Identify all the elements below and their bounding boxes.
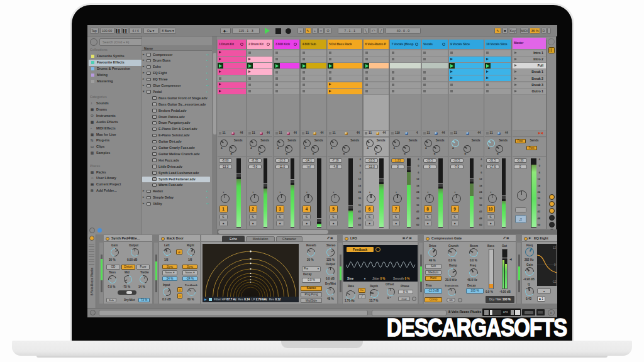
svg-text:12: 12 [553, 246, 557, 250]
svg-text:-12: -12 [552, 280, 557, 283]
